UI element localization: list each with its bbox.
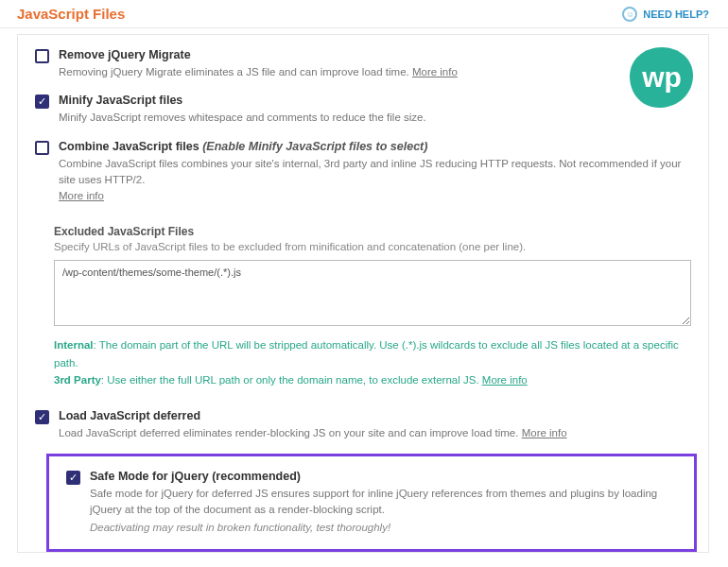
checkbox-load-js-deferred[interactable]: [35, 410, 49, 424]
checkbox-minify-js[interactable]: [35, 94, 49, 109]
more-info-link[interactable]: More info: [59, 190, 104, 201]
excluded-title: Excluded JavaScript Files: [54, 225, 691, 238]
options-panel: wp Remove jQuery Migrate Removing jQuery…: [17, 34, 709, 553]
more-info-link[interactable]: More info: [522, 427, 567, 438]
section-header: JavaScript Files ☺ NEED HELP?: [0, 0, 728, 28]
option-title: Safe Mode for jQuery (recommended): [90, 470, 677, 483]
option-title: Load JavaScript deferred: [59, 409, 691, 422]
option-combine-js: Combine JavaScript files (Enable Minify …: [18, 127, 708, 205]
option-desc: Minify JavaScript removes whitespace and…: [59, 110, 691, 126]
option-desc: Load JavaScript deferred eliminates rend…: [59, 425, 691, 441]
page-title: JavaScript Files: [17, 6, 125, 22]
option-safe-mode-jquery: Safe Mode for jQuery (recommended) Safe …: [49, 456, 694, 537]
option-desc: Removing jQuery Migrate eliminates a JS …: [59, 64, 691, 80]
option-load-js-deferred: Load JavaScript deferred Load JavaScript…: [18, 396, 708, 441]
excluded-js-block: Excluded JavaScript Files Specify URLs o…: [18, 225, 708, 388]
option-title: Combine JavaScript files (Enable Minify …: [59, 140, 691, 153]
option-desc: Combine JavaScript files combines your s…: [59, 156, 691, 205]
option-title: Minify JavaScript files: [59, 94, 691, 107]
help-circle-icon: ☺: [622, 7, 637, 22]
option-remove-jquery-migrate: Remove jQuery Migrate Removing jQuery Mi…: [18, 35, 708, 80]
checkbox-combine-js[interactable]: [35, 141, 49, 155]
checkbox-remove-jquery-migrate[interactable]: [35, 49, 49, 63]
need-help-link[interactable]: ☺ NEED HELP?: [622, 7, 709, 22]
safe-mode-highlight: Safe Mode for jQuery (recommended) Safe …: [46, 454, 697, 553]
excluded-desc: Specify URLs of JavaScript files to be e…: [54, 241, 691, 252]
option-title: Remove jQuery Migrate: [59, 48, 691, 61]
more-info-link[interactable]: More info: [412, 66, 458, 77]
excluded-hints: Internal: The domain part of the URL wil…: [54, 336, 691, 388]
hint-internal-label: Internal: [54, 339, 94, 351]
hint-3rdparty-label: 3rd Party: [54, 374, 101, 386]
excluded-js-textarea[interactable]: [54, 260, 691, 326]
more-info-link[interactable]: More info: [482, 374, 528, 386]
option-minify-js: Minify JavaScript files Minify JavaScrip…: [18, 80, 708, 126]
option-desc: Safe mode for jQuery for deferred JS ens…: [90, 486, 677, 537]
safe-mode-warning: Deactivating may result in broken functi…: [90, 520, 677, 536]
checkbox-safe-mode-jquery[interactable]: [66, 471, 80, 485]
need-help-label: NEED HELP?: [643, 9, 709, 20]
